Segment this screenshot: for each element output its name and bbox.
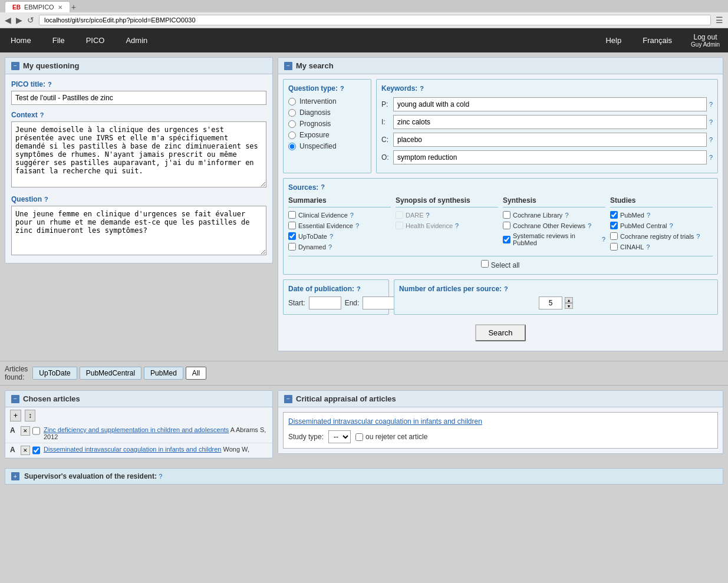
sources-help[interactable]: ? <box>321 183 325 192</box>
keyword-i-help[interactable]: ? <box>709 118 713 126</box>
pubmed-checkbox[interactable] <box>610 211 618 219</box>
questioning-collapse-btn[interactable]: − <box>11 62 19 70</box>
cochrane-other-checkbox[interactable] <box>503 222 510 229</box>
cinahl-help[interactable]: ? <box>646 243 650 251</box>
article-checkbox-1[interactable] <box>32 426 40 436</box>
critical-appraisal-header: − Critical appraisal of articles <box>278 391 723 407</box>
nav-admin[interactable]: Admin <box>115 30 158 51</box>
supervisor-collapse-btn[interactable]: + <box>11 472 19 480</box>
nav-file[interactable]: File <box>42 30 75 51</box>
spinner-up-btn[interactable]: ▲ <box>565 297 573 303</box>
article-checkbox-2[interactable] <box>32 446 40 455</box>
keyword-o-help[interactable]: ? <box>709 154 713 161</box>
back-button[interactable]: ◀ <box>5 15 11 25</box>
supervisor-help[interactable]: ? <box>159 473 162 480</box>
cochrane-other-help[interactable]: ? <box>588 222 591 229</box>
dynamed-checkbox[interactable] <box>288 243 296 251</box>
essential-evidence-help[interactable]: ? <box>355 222 359 229</box>
articles-per-source-help[interactable]: ? <box>504 285 508 292</box>
date-help[interactable]: ? <box>357 285 361 292</box>
tab-pubmedcentral[interactable]: PubMedCentral <box>80 367 141 380</box>
question-help[interactable]: ? <box>44 196 48 203</box>
articles-per-source-input[interactable] <box>539 297 562 309</box>
tab-close-btn[interactable]: ✕ <box>58 4 62 11</box>
keyword-i-input[interactable] <box>393 115 707 129</box>
keyword-o-input[interactable] <box>393 150 707 164</box>
health-evidence-checkbox[interactable] <box>396 222 403 229</box>
date-end-input[interactable] <box>363 297 395 309</box>
essential-evidence-checkbox[interactable] <box>288 222 296 229</box>
sources-label: Sources: ? <box>288 183 713 192</box>
dare-checkbox[interactable] <box>396 211 403 219</box>
new-tab-button[interactable]: + <box>71 2 76 12</box>
critical-appraisal-collapse-btn[interactable]: − <box>284 395 292 403</box>
tab-pubmed[interactable]: PubMed <box>144 367 183 380</box>
select-all-checkbox[interactable] <box>481 260 489 268</box>
study-type-select[interactable]: -- <box>328 430 351 443</box>
pubmed-central-help[interactable]: ? <box>670 222 673 229</box>
cochrane-trials-help[interactable]: ? <box>696 233 700 240</box>
article-delete-btn-1[interactable]: ✕ <box>21 426 30 436</box>
systematic-reviews-help[interactable]: ? <box>602 236 605 243</box>
keyword-i-prefix: I: <box>381 118 393 126</box>
refresh-button[interactable]: ↺ <box>27 15 34 25</box>
search-collapse-btn[interactable]: − <box>284 62 292 70</box>
keyword-c-help[interactable]: ? <box>709 136 713 143</box>
nav-home[interactable]: Home <box>0 30 42 51</box>
pubmed-central-checkbox[interactable] <box>610 222 618 229</box>
keyword-p-help[interactable]: ? <box>709 101 713 108</box>
nav-help[interactable]: Help <box>595 30 632 51</box>
clinical-evidence-checkbox[interactable] <box>288 211 296 219</box>
question-textarea[interactable]: Une jeune femme en clinique d'urgences s… <box>11 206 266 255</box>
radio-diagnosis-input[interactable] <box>288 109 296 117</box>
tab-uptodate[interactable]: UpToDate <box>32 367 77 380</box>
logout-button[interactable]: Log out Guy Admin <box>683 28 728 52</box>
nav-pico[interactable]: PICO <box>75 30 116 51</box>
active-tab[interactable]: EB EBMPICO ✕ <box>5 1 70 12</box>
sort-article-btn[interactable]: ↕ <box>25 410 35 421</box>
keyword-c-input[interactable] <box>393 133 707 147</box>
article-delete-btn-2[interactable]: ✕ <box>21 446 30 455</box>
radio-unspecified-input[interactable] <box>288 143 296 150</box>
reject-checkbox[interactable] <box>355 433 363 441</box>
ca-article-link[interactable]: Disseminated intravascular coagulation i… <box>288 417 713 426</box>
forward-button[interactable]: ▶ <box>16 15 22 25</box>
synthesis-col: Synthesis Cochrane Library ? Cochrane Ot… <box>503 196 605 253</box>
pico-title-help[interactable]: ? <box>48 81 52 88</box>
search-panel-header: − My search <box>278 58 723 74</box>
add-article-btn[interactable]: + <box>10 410 21 421</box>
chosen-articles-collapse-btn[interactable]: − <box>11 395 19 403</box>
tab-all[interactable]: All <box>186 367 206 380</box>
cochrane-library-help[interactable]: ? <box>565 212 568 219</box>
nav-francais[interactable]: Français <box>632 30 683 51</box>
health-evidence-help[interactable]: ? <box>455 222 459 229</box>
keyword-p-input[interactable] <box>393 97 707 111</box>
article-link-1[interactable]: Zinc deficiency and supplementation in c… <box>44 426 229 433</box>
dynamed-help[interactable]: ? <box>328 243 332 251</box>
pubmed-help[interactable]: ? <box>647 212 650 219</box>
uptodate-checkbox[interactable] <box>288 232 296 240</box>
dare-help[interactable]: ? <box>426 212 430 219</box>
uptodate-help[interactable]: ? <box>330 233 333 240</box>
bottom-right: − Critical appraisal of articles Dissemi… <box>278 390 723 463</box>
search-button[interactable]: Search <box>475 324 525 341</box>
article-link-2[interactable]: Disseminated intravascular coagulation i… <box>44 446 221 453</box>
cinahl-checkbox[interactable] <box>610 243 618 251</box>
tab-title: EBMPICO <box>24 4 54 11</box>
clinical-evidence-help[interactable]: ? <box>350 212 354 219</box>
cochrane-trials-checkbox[interactable] <box>610 232 618 240</box>
pico-title-input[interactable] <box>11 91 266 105</box>
url-bar[interactable] <box>39 15 711 25</box>
menu-button[interactable]: ☰ <box>716 15 723 25</box>
spinner-down-btn[interactable]: ▼ <box>565 303 573 309</box>
context-help[interactable]: ? <box>40 111 44 118</box>
systematic-reviews-checkbox[interactable] <box>503 236 510 243</box>
keywords-help[interactable]: ? <box>420 85 424 92</box>
radio-intervention-input[interactable] <box>288 98 296 106</box>
radio-prognosis-input[interactable] <box>288 120 296 128</box>
question-type-help[interactable]: ? <box>340 85 344 92</box>
context-textarea[interactable]: Jeune demoiselle à la clinique des urgen… <box>11 121 266 187</box>
date-start-input[interactable] <box>309 297 341 309</box>
radio-exposure-input[interactable] <box>288 131 296 139</box>
cochrane-library-checkbox[interactable] <box>503 211 510 219</box>
